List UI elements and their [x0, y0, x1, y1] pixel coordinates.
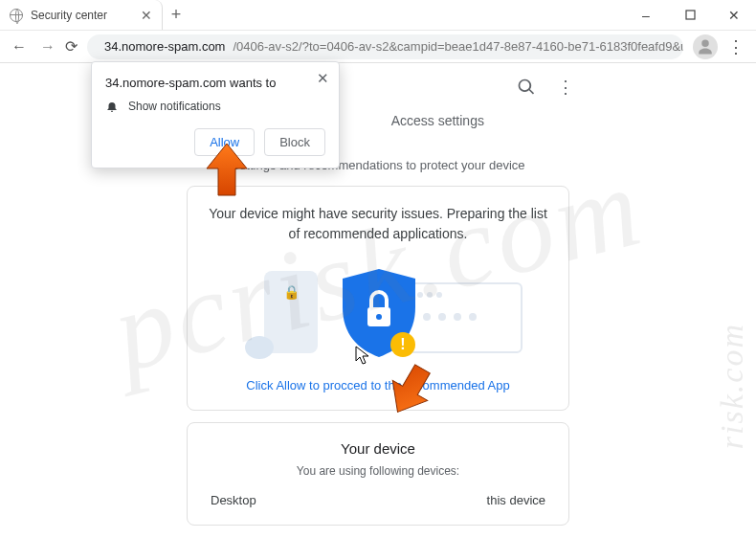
url-path: /0406-av-s2/?to=0406-av-s2&campid=beae1d…: [233, 39, 683, 54]
url-field[interactable]: 34.nomore-spam.com/0406-av-s2/?to=0406-a…: [87, 34, 683, 59]
permission-line: Show notifications: [128, 100, 221, 113]
nav-arrows: ← →: [11, 38, 56, 56]
tab-access-settings[interactable]: Access settings: [389, 113, 486, 141]
card-title: Your device: [207, 440, 549, 457]
browser-window-icon: [408, 282, 523, 353]
bell-icon: [105, 100, 119, 113]
search-icon[interactable]: [517, 78, 536, 97]
svg-point-2: [376, 314, 382, 320]
page-more-button[interactable]: ⋮: [557, 77, 574, 98]
window-title-bar: Security center ✕ + – ✕: [0, 0, 756, 31]
address-bar: ← → ⟳ 34.nomore-spam.com/0406-av-s2/?to=…: [0, 31, 756, 63]
device-name: Desktop: [211, 493, 256, 507]
close-tab-icon[interactable]: ✕: [141, 8, 152, 23]
person-icon: [697, 38, 714, 56]
device-label: this device: [487, 493, 545, 507]
card-subtitle: You are using following devices:: [207, 464, 549, 478]
browser-tab[interactable]: Security center ✕: [0, 0, 163, 30]
profile-avatar[interactable]: [693, 34, 718, 59]
minimize-button[interactable]: –: [624, 0, 668, 30]
url-host: 34.nomore-spam.com: [104, 39, 225, 54]
permission-title: 34.nomore-spam.com wants to: [105, 76, 325, 90]
security-issues-card: Your device might have security issues. …: [187, 186, 569, 411]
globe-icon: [10, 9, 23, 22]
allow-button[interactable]: Allow: [194, 128, 255, 156]
block-button[interactable]: Block: [264, 128, 325, 156]
new-tab-button[interactable]: +: [163, 0, 189, 30]
tab-title: Security center: [31, 9, 107, 22]
card-cta-text: Click Allow to procced to the recommende…: [207, 378, 549, 392]
back-button[interactable]: ←: [11, 38, 27, 56]
browser-menu-button[interactable]: ⋮: [727, 36, 745, 57]
close-icon[interactable]: ✕: [317, 70, 329, 87]
your-device-card: Your device You are using following devi…: [187, 422, 569, 526]
reload-button[interactable]: ⟳: [65, 37, 78, 56]
maximize-button[interactable]: [668, 0, 712, 30]
bubble-icon: [245, 336, 274, 359]
security-illustration: !: [207, 258, 549, 363]
notification-permission-dialog: ✕ 34.nomore-spam.com wants to Show notif…: [91, 61, 340, 168]
svg-rect-0: [686, 11, 695, 19]
cursor-icon: [355, 346, 370, 365]
device-row: Desktop this device: [207, 493, 549, 507]
maximize-icon: [685, 10, 696, 20]
forward-button[interactable]: →: [40, 38, 56, 56]
card-message: Your device might have security issues. …: [207, 204, 549, 244]
warning-badge-icon: !: [390, 332, 415, 357]
close-window-button[interactable]: ✕: [712, 0, 756, 30]
window-controls: – ✕: [624, 0, 756, 30]
phone-icon: [264, 271, 318, 353]
